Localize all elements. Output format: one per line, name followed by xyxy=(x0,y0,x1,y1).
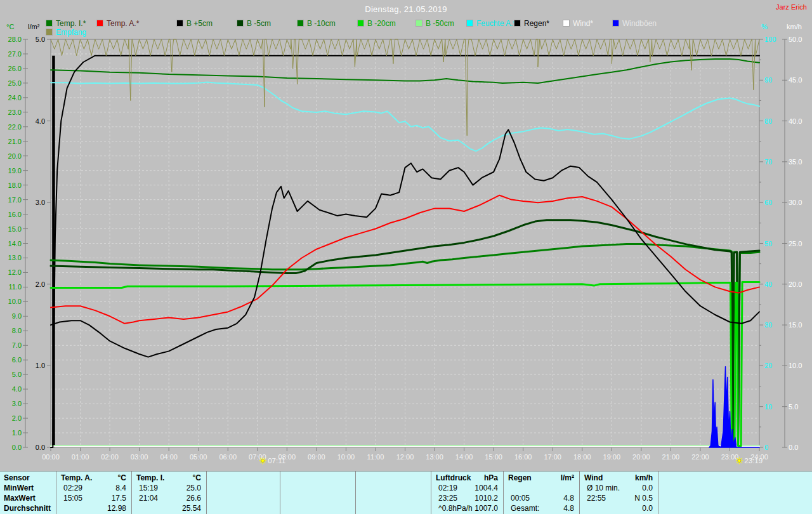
axis-tick-label: 25.0 xyxy=(8,79,22,87)
axis-tick-label: 10:00 xyxy=(337,453,355,461)
summary-sensor-name: Temp. A. xyxy=(61,473,92,482)
axis-tick-label: 0.0 xyxy=(36,444,45,451)
axis-tick-label: 25.0 xyxy=(789,240,802,247)
table-separator xyxy=(280,471,280,514)
summary-measure-value: 1004.4 xyxy=(475,484,498,492)
summary-measure-value: 25.54 xyxy=(182,504,201,513)
axis-tick-label: 40 xyxy=(764,280,772,288)
axis-tick-label: 0 xyxy=(764,444,768,451)
axis-tick-label: 07:11 xyxy=(268,457,285,465)
axis-tick-label: 17.0 xyxy=(8,196,22,204)
summary-sensor-unit: l/m² xyxy=(561,473,574,482)
axis-tick-label: 14.0 xyxy=(8,240,22,247)
axis-tick-label: 2.0 xyxy=(12,414,22,422)
axis-tick-label: 15.0 xyxy=(8,225,22,233)
axis-tick-label: 27.0 xyxy=(8,50,22,58)
axis-tick-label: 26.0 xyxy=(8,65,22,72)
summary-time-value: 21:04 xyxy=(139,494,158,503)
axis-tick-label: 22:00 xyxy=(691,453,709,461)
summary-sensor-unit: km/h xyxy=(635,473,653,482)
axis-tick-label: 20 xyxy=(764,362,772,369)
summary-time-value: 15:19 xyxy=(139,484,158,492)
axis-tick-label: 80 xyxy=(764,117,772,125)
summary-measure-value: N 0.5 xyxy=(634,494,653,503)
axis-tick-label: 12:00 xyxy=(396,453,414,461)
summary-measure-value: 17.5 xyxy=(112,494,126,503)
summary-sensor-name: Temp. I. xyxy=(136,473,164,482)
axis-tick-label: 13.0 xyxy=(8,254,22,261)
axis-tick-label: 50 xyxy=(764,240,772,247)
axis-tick-label: 7.0 xyxy=(12,341,22,349)
axis-tick-label: 35.0 xyxy=(789,158,802,166)
table-separator xyxy=(206,471,207,514)
axis-tick-label: 20:00 xyxy=(632,453,650,461)
axis-tick-label: 01:00 xyxy=(72,453,89,461)
axis-tick-label: 8.0 xyxy=(12,327,22,334)
axis-tick-label: 12.0 xyxy=(8,268,22,276)
axis-tick-label: 11:00 xyxy=(367,453,384,461)
sunrise-marker xyxy=(259,458,266,465)
table-separator xyxy=(431,471,431,514)
axis-tick-label: 14:00 xyxy=(455,453,473,461)
summary-time-value: Gesamt: xyxy=(511,504,539,513)
axis-tick-label: 16:00 xyxy=(514,453,532,461)
axis-tick-label: 6.0 xyxy=(12,356,22,364)
axis-tick-label: 20.0 xyxy=(789,280,802,288)
axis-tick-label: 22.0 xyxy=(8,123,22,131)
axis-tick-label: 0.0 xyxy=(789,444,798,451)
summary-measure-value: 8.4 xyxy=(115,484,126,492)
axis-tick-label: 40.0 xyxy=(789,117,802,125)
summary-time-value: 15:05 xyxy=(63,494,82,503)
summary-sensor-name: Regen xyxy=(508,473,532,482)
axis-tick-label: 17:00 xyxy=(544,453,561,461)
summary-measure-value: 26.6 xyxy=(187,494,201,503)
axis-tick-label: 1.0 xyxy=(36,362,45,369)
axis-tick-label: 10 xyxy=(764,403,772,411)
axis-tick-label: 24.0 xyxy=(8,94,22,102)
axis-tick-label: 3.0 xyxy=(36,199,45,206)
weather-chart: 0.01.02.03.04.05.06.07.08.09.010.011.012… xyxy=(0,0,812,471)
table-separator xyxy=(579,471,580,514)
axis-tick-label: 28.0 xyxy=(8,36,22,43)
axis-tick-label: 90 xyxy=(764,76,772,84)
summary-time-value: Ø 10 min. xyxy=(587,484,620,492)
axis-tick-label: 10.0 xyxy=(8,298,22,305)
summary-sensor-name: Wind xyxy=(584,473,603,482)
summary-row-label: MaxWert xyxy=(4,494,36,503)
axis-tick-label: 15:00 xyxy=(485,453,502,461)
summary-measure-value: 0.0 xyxy=(642,504,653,513)
axis-tick-label: 23:00 xyxy=(721,453,739,461)
summary-sensor-unit: °C xyxy=(118,473,126,482)
axis-tick-label: 4.0 xyxy=(12,385,22,393)
summary-measure-value: 1010.2 xyxy=(475,494,498,503)
summary-measure-value: 4.8 xyxy=(563,504,574,513)
summary-row-label: Durchschnitt xyxy=(4,504,51,513)
axis-tick-label: 18.0 xyxy=(8,181,22,189)
axis-tick-label: 18:00 xyxy=(573,453,591,461)
axis-tick-label: 23:19 xyxy=(744,457,763,465)
axis-tick-label: 5.0 xyxy=(12,371,22,378)
summary-time-value: 02:19 xyxy=(438,484,457,492)
table-separator xyxy=(56,471,56,514)
summary-table: SensorMinWertMaxWertDurchschnittTemp. A.… xyxy=(0,471,812,514)
axis-tick-label: 50.0 xyxy=(789,36,802,43)
axis-tick-label: 04:00 xyxy=(160,453,178,461)
axis-tick-label: 9.0 xyxy=(12,312,22,320)
summary-sensor-unit: °C xyxy=(193,473,201,482)
axis-tick-label: 20.0 xyxy=(8,152,22,160)
axis-tick-label: 60 xyxy=(764,199,772,206)
summary-time-value: 22:55 xyxy=(587,494,606,503)
sunset-marker xyxy=(736,458,743,465)
axis-tick-label: 3.0 xyxy=(12,400,22,407)
summary-row-label: MinWert xyxy=(4,484,34,492)
summary-time-value: 00:05 xyxy=(511,494,530,503)
axis-tick-label: 19:00 xyxy=(603,453,621,461)
summary-measure-value: 12.98 xyxy=(107,504,126,513)
axis-tick-label: 2.0 xyxy=(36,280,45,288)
axis-tick-label: 70 xyxy=(764,158,772,166)
axis-tick-label: 00:00 xyxy=(42,453,60,461)
table-separator xyxy=(355,471,356,514)
axis-tick-label: 06:00 xyxy=(219,453,237,461)
axis-tick-label: 21:00 xyxy=(662,453,680,461)
axis-tick-label: 0.0 xyxy=(12,444,22,451)
